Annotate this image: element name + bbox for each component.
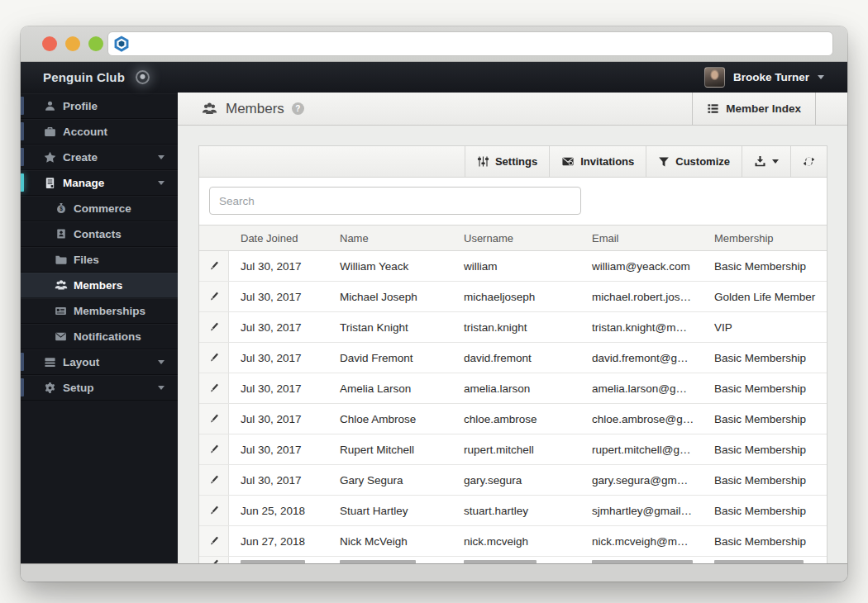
person-icon (43, 100, 57, 112)
search-input[interactable] (209, 187, 581, 215)
edit-row-button[interactable] (199, 343, 229, 373)
browser-chrome (21, 26, 847, 62)
people-icon (54, 278, 68, 292)
sidebar-item-commerce[interactable]: $Commerce (21, 196, 178, 221)
download-icon (754, 155, 766, 168)
customize-button[interactable]: Customize (646, 146, 742, 177)
cell-date: Jul 30, 2017 (229, 352, 328, 364)
table-row[interactable]: Jun 25, 2018Stuart Hartleystuart.hartley… (199, 496, 827, 526)
column-header-email[interactable]: Email (580, 232, 703, 245)
cell-name: Chloe Ambrose (328, 413, 452, 425)
sidebar-item-manage[interactable]: Manage (21, 170, 178, 196)
column-header-membership[interactable]: Membership (703, 232, 827, 245)
cell-membership: Basic Membership (703, 505, 827, 517)
invitations-button[interactable]: Invitations (549, 146, 646, 177)
settings-button[interactable]: Settings (465, 146, 549, 177)
search-row (199, 178, 827, 225)
cell-membership: Basic Membership (703, 535, 827, 548)
table-row[interactable]: Jul 30, 2017Gary Seguragary.seguragary.s… (199, 465, 827, 496)
cell-name: Gary Segura (328, 474, 452, 487)
cell-date: Jul 30, 2017 (229, 382, 328, 395)
table-row[interactable]: Jul 30, 2017Rupert Mitchellrupert.mitche… (199, 434, 827, 465)
edit-row-button[interactable] (199, 434, 229, 464)
pencil-icon (208, 382, 220, 394)
sidebar-item-label: Layout (63, 356, 99, 368)
column-header-date-joined[interactable]: Date Joined (229, 232, 328, 245)
column-header-username[interactable]: Username (452, 232, 580, 245)
edit-row-button[interactable] (199, 404, 229, 434)
cell-name: David Fremont (328, 352, 452, 364)
pencil-icon (208, 505, 220, 516)
chevron-down-icon (818, 75, 824, 79)
cell-username: nick.mcveigh (452, 535, 580, 548)
close-window-button[interactable] (42, 36, 57, 51)
sidebar-item-layout[interactable]: Layout (21, 349, 178, 375)
cell-username: david.fremont (452, 352, 580, 364)
cell-email: rupert.mitchell@g… (580, 444, 703, 456)
help-icon[interactable]: ? (292, 102, 304, 115)
cell-date: Jul 30, 2017 (229, 444, 328, 456)
cell-username: gary.segura (452, 474, 580, 487)
export-button[interactable] (742, 146, 790, 177)
edit-row-button[interactable] (199, 373, 229, 403)
sidebar-item-notifications[interactable]: Notifications (21, 324, 178, 349)
table-row[interactable]: Jul 30, 2017William Yeackwilliamwilliam@… (199, 251, 827, 282)
cell-date: Jul 30, 2017 (229, 291, 328, 303)
sidebar-item-memberships[interactable]: Memberships (21, 298, 178, 324)
table-row[interactable]: Jul 30, 2017Amelia Larsonamelia.larsonam… (199, 373, 827, 404)
cell-membership (703, 557, 827, 563)
member-index-button[interactable]: Member Index (692, 93, 816, 125)
list-icon (707, 102, 719, 115)
cell-date: Jul 30, 2017 (229, 413, 328, 425)
member-index-label: Member Index (726, 102, 801, 115)
journal-icon (43, 177, 57, 189)
edit-row-button[interactable] (199, 496, 229, 525)
cell-username (452, 557, 580, 563)
table-row[interactable]: Jul 30, 2017David Fremontdavid.fremontda… (199, 343, 827, 373)
cell-username: michaeljoseph (452, 291, 580, 303)
cell-username: chloe.ambrose (452, 413, 580, 425)
members-panel: Settings Invitations Customize (198, 145, 827, 563)
minimize-window-button[interactable] (65, 36, 80, 51)
address-bar[interactable] (107, 31, 833, 56)
sidebar-item-profile[interactable]: Profile (21, 93, 178, 119)
pencil-icon (208, 474, 220, 486)
avatar (704, 67, 725, 88)
table-row-partial[interactable] (199, 557, 827, 563)
user-menu[interactable]: Brooke Turner (704, 67, 824, 88)
refresh-icon (803, 155, 815, 168)
sidebar-item-members[interactable]: Members (21, 273, 178, 298)
edit-row-button[interactable] (199, 251, 229, 281)
edit-row-button[interactable] (199, 557, 229, 563)
rows-icon (43, 356, 57, 368)
zoom-window-button[interactable] (88, 36, 103, 51)
table-row[interactable]: Jul 30, 2017Tristan Knighttristan.knight… (199, 312, 827, 343)
chevron-down-icon (158, 181, 165, 185)
customize-label: Customize (675, 155, 730, 168)
folder-icon (54, 254, 68, 266)
sidebar-item-contacts[interactable]: Contacts (21, 221, 178, 247)
table-row[interactable]: Jul 30, 2017Chloe Ambrosechloe.ambrosech… (199, 404, 827, 434)
sidebar-item-files[interactable]: Files (21, 247, 178, 273)
refresh-button[interactable] (790, 146, 827, 177)
table-row[interactable]: Jul 30, 2017Michael Josephmichaeljosephm… (199, 282, 827, 312)
edit-row-button[interactable] (199, 465, 229, 495)
cell-email: sjmhartley@gmail… (580, 505, 703, 517)
sidebar-item-label: Members (74, 279, 122, 292)
edit-row-button[interactable] (199, 526, 229, 556)
edit-row-button[interactable] (199, 312, 229, 342)
user-name: Brooke Turner (733, 71, 809, 83)
status-orb-icon[interactable] (136, 70, 150, 84)
table-row[interactable]: Jun 27, 2018Nick McVeighnick.mcveighnick… (199, 526, 827, 557)
cell-username: rupert.mitchell (452, 444, 580, 456)
cell-membership: Basic Membership (703, 382, 827, 395)
cell-username: william (452, 260, 580, 273)
column-header-name[interactable]: Name (328, 232, 452, 245)
sidebar-item-account[interactable]: Account (21, 119, 178, 145)
sidebar-item-setup[interactable]: Setup (21, 375, 178, 401)
edit-row-button[interactable] (199, 282, 229, 311)
cell-membership: Basic Membership (703, 413, 827, 425)
sidebar-item-label: Notifications (74, 330, 141, 343)
chevron-down-icon (158, 360, 165, 364)
sidebar-item-create[interactable]: Create (21, 145, 178, 170)
